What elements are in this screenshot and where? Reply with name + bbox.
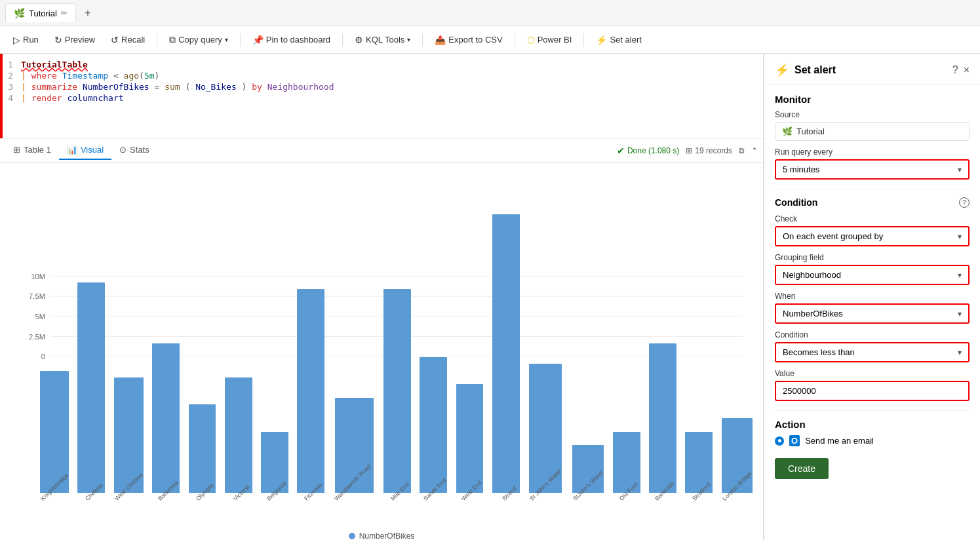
condition-info-icon[interactable]: ? bbox=[959, 197, 970, 208]
bar-item: Belgravia bbox=[258, 174, 292, 514]
source-field: Source 🌿 Tutorial bbox=[775, 110, 970, 141]
legend-label: NumberOfBikes bbox=[359, 531, 415, 540]
table-tab-icon: ⊞ bbox=[13, 145, 20, 155]
bars-container: KnightsbridgeChelseaWest ChelseaBatterse… bbox=[36, 174, 756, 514]
main-area: 1 TutorialTable 2 | where Timestamp < ag… bbox=[0, 54, 980, 540]
done-icon: ✔ bbox=[617, 145, 625, 156]
bar-item: Mile End bbox=[380, 174, 414, 514]
panel-close-button[interactable]: × bbox=[964, 64, 970, 76]
kql-tools-button[interactable]: ⚙ KQL Tools ▾ bbox=[348, 31, 417, 48]
code-line-4: 4 | render columnchart bbox=[0, 92, 763, 104]
cond-arrow-icon: ▾ bbox=[958, 348, 962, 357]
bar bbox=[383, 289, 411, 493]
kql-icon: ⚙ bbox=[355, 35, 363, 45]
set-alert-toolbar-button[interactable]: ⚡ Set alert bbox=[589, 31, 648, 48]
recall-icon: ↺ bbox=[111, 35, 119, 45]
bar-item: Chelsea bbox=[74, 174, 108, 514]
bar-item: Olympia bbox=[185, 174, 219, 514]
sep3 bbox=[342, 33, 343, 47]
create-button[interactable]: Create bbox=[775, 458, 829, 479]
add-tab-button[interactable]: + bbox=[79, 4, 97, 22]
when-value: NumberOfBikes bbox=[783, 309, 843, 318]
check-arrow-icon: ▾ bbox=[958, 232, 962, 241]
monitor-section: Monitor Source 🌿 Tutorial Run query ever… bbox=[775, 94, 970, 180]
cond-label: Condition bbox=[775, 330, 970, 339]
condition-section: Condition ? Check On each event grouped … bbox=[775, 189, 970, 401]
bar-item: St John's Wood bbox=[525, 174, 566, 514]
kql-arrow-icon: ▾ bbox=[407, 36, 410, 43]
copy-query-arrow-icon: ▾ bbox=[225, 36, 228, 43]
run-button[interactable]: ▷ Run bbox=[7, 31, 45, 48]
when-label: When bbox=[775, 292, 970, 301]
tab-stats[interactable]: ⊙ Stats bbox=[111, 141, 157, 160]
copy-results-icon[interactable]: ⧉ bbox=[739, 146, 745, 155]
bar-item: Sands End bbox=[416, 174, 450, 514]
recall-button[interactable]: ↺ Recall bbox=[104, 31, 151, 48]
run-query-label: Run query every bbox=[775, 147, 970, 157]
tab-bar: 🌿 Tutorial ✏ + bbox=[0, 0, 980, 26]
check-field: Check On each event grouped by ▾ bbox=[775, 214, 970, 246]
panel-body: Monitor Source 🌿 Tutorial Run query ever… bbox=[764, 85, 980, 488]
condition-section-title: Condition bbox=[775, 197, 817, 208]
run-icon: ▷ bbox=[13, 35, 20, 45]
tab-label: Tutorial bbox=[29, 9, 57, 18]
source-value-display: 🌿 Tutorial bbox=[775, 122, 970, 141]
monitor-title: Monitor bbox=[775, 94, 970, 105]
pin-dashboard-button[interactable]: 📌 Pin to dashboard bbox=[246, 31, 337, 48]
email-radio-row: O Send me an email bbox=[775, 435, 970, 446]
bar bbox=[297, 289, 324, 493]
bar-item: Battersea bbox=[149, 174, 183, 514]
check-select[interactable]: On each event grouped by ▾ bbox=[775, 226, 970, 246]
when-arrow-icon: ▾ bbox=[958, 309, 962, 318]
powerbi-icon: ⬡ bbox=[527, 35, 535, 45]
grouping-select[interactable]: Neighbourhood ▾ bbox=[775, 265, 970, 285]
panel-title: ⚡ Set alert bbox=[775, 63, 836, 77]
panel-help-button[interactable]: ? bbox=[952, 64, 958, 76]
condition-field: Condition Becomes less than ▾ bbox=[775, 330, 970, 362]
sep2 bbox=[240, 33, 241, 47]
tab-table1[interactable]: ⊞ Table 1 bbox=[5, 141, 59, 160]
cond-select[interactable]: Becomes less than ▾ bbox=[775, 342, 970, 362]
outlook-icon: O bbox=[789, 435, 800, 446]
bar-item: Wandsworth Road bbox=[330, 174, 378, 514]
export-csv-button[interactable]: 📤 Export to CSV bbox=[428, 31, 509, 48]
tab-visual[interactable]: 📊 Visual bbox=[59, 141, 111, 160]
copy-query-button[interactable]: ⧉ Copy query ▾ bbox=[163, 31, 234, 48]
run-query-select[interactable]: 5 minutes ▾ bbox=[775, 159, 970, 180]
done-status: ✔ Done (1.080 s) bbox=[617, 145, 679, 156]
bar-item: Strand bbox=[489, 174, 523, 514]
value-label: Value bbox=[775, 369, 970, 378]
bar-item: Bankside bbox=[646, 174, 680, 514]
grouping-label: Grouping field bbox=[775, 253, 970, 262]
preview-icon: ↻ bbox=[54, 35, 62, 45]
export-icon: 📤 bbox=[435, 35, 446, 45]
bar bbox=[189, 404, 216, 493]
bar-item: Fitzrovia bbox=[294, 174, 328, 514]
power-bi-button[interactable]: ⬡ Power BI bbox=[520, 31, 579, 48]
preview-button[interactable]: ↻ Preview bbox=[48, 31, 102, 48]
edit-icon[interactable]: ✏ bbox=[61, 9, 68, 18]
visual-tab-icon: 📊 bbox=[67, 145, 77, 155]
action-title: Action bbox=[775, 419, 970, 430]
grouping-arrow-icon: ▾ bbox=[958, 271, 962, 280]
value-input[interactable] bbox=[775, 381, 970, 401]
code-editor[interactable]: 1 TutorialTable 2 | where Timestamp < ag… bbox=[0, 54, 763, 139]
sep5 bbox=[515, 33, 515, 47]
table-icon: 🌿 bbox=[14, 8, 25, 18]
pin-icon: 📌 bbox=[252, 35, 264, 45]
code-line-2: 2 | where Timestamp < ago(5m) bbox=[0, 70, 763, 81]
copy-icon: ⧉ bbox=[169, 34, 176, 45]
email-radio[interactable] bbox=[775, 436, 784, 446]
when-select[interactable]: NumberOfBikes ▾ bbox=[775, 303, 970, 324]
collapse-icon[interactable]: ⌃ bbox=[751, 146, 758, 155]
code-line-1: 1 TutorialTable bbox=[0, 59, 763, 70]
set-alert-panel: ⚡ Set alert ? × Monitor Source 🌿 Tutoria… bbox=[764, 54, 980, 540]
toolbar: ▷ Run ↻ Preview ↺ Recall ⧉ Copy query ▾ … bbox=[0, 26, 980, 54]
chart-area: 10M 7.5M 5M 2.5M 0 KnightsbridgeChelseaW… bbox=[0, 163, 763, 540]
alert-panel-icon: ⚡ bbox=[775, 63, 789, 77]
tutorial-tab[interactable]: 🌿 Tutorial ✏ bbox=[5, 3, 76, 22]
bar bbox=[77, 282, 105, 493]
run-query-arrow-icon: ▾ bbox=[958, 165, 962, 174]
records-status: ⊞ 19 records bbox=[686, 146, 732, 155]
grouping-field: Grouping field Neighbourhood ▾ bbox=[775, 253, 970, 285]
